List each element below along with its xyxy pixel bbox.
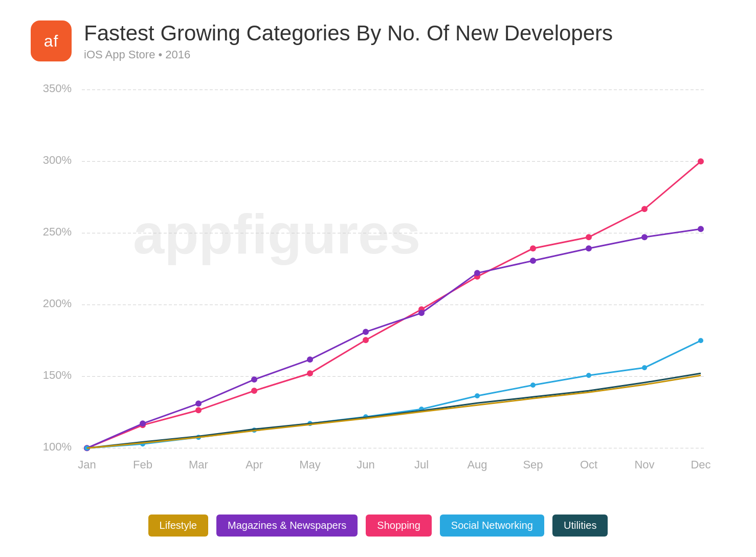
shopping-dot-dec [698,159,704,165]
shopping-dot-apr [251,388,257,394]
svg-text:Jul: Jul [414,459,429,472]
legend-lifestyle: Lifestyle [148,515,208,537]
social-dot-aug [475,394,480,399]
page-container: af Fastest Growing Categories By No. Of … [0,0,756,557]
page-title: Fastest Growing Categories By No. Of New… [84,20,613,46]
watermark: appfigures [133,203,420,266]
logo: af [31,20,72,61]
social-dot-oct [586,373,591,378]
shopping-dot-oct [586,234,592,241]
magazines-dot-jul [418,310,425,316]
legend-shopping-label: Shopping [377,520,420,531]
svg-text:May: May [299,459,321,472]
header: af Fastest Growing Categories By No. Of … [31,20,725,61]
svg-text:Dec: Dec [691,459,710,472]
magazines-dot-oct [586,246,592,252]
svg-text:350%: 350% [43,82,72,95]
svg-text:200%: 200% [43,297,72,310]
legend-utilities-label: Utilities [564,520,596,531]
legend-magazines: Magazines & Newspapers [216,515,358,537]
svg-text:Jun: Jun [357,459,374,472]
svg-text:250%: 250% [43,226,72,239]
shopping-dot-mar [195,408,202,414]
social-dot-dec [698,338,703,344]
svg-text:Apr: Apr [246,459,263,472]
magazines-dot-may [307,357,313,363]
magazines-dot-apr [251,377,257,383]
svg-text:300%: 300% [43,154,72,167]
logo-text: af [44,32,59,51]
legend-lifestyle-label: Lifestyle [160,520,197,531]
shopping-dot-may [307,371,313,377]
social-dot-nov [642,366,647,371]
magazines-dot-nov [641,234,648,241]
magazines-dot-dec [698,226,704,232]
legend: Lifestyle Magazines & Newspapers Shoppin… [31,515,725,537]
shopping-dot-nov [641,206,648,212]
title-block: Fastest Growing Categories By No. Of New… [84,20,613,61]
shopping-dot-sep [530,246,536,252]
magazines-dot-mar [195,401,202,407]
chart-area: appfigures 100% 150% 200% 250% 300% 350%… [31,77,725,502]
legend-magazines-label: Magazines & Newspapers [228,520,346,531]
magazines-dot-aug [474,270,480,276]
magazines-dot-sep [530,258,536,264]
magazines-dot-jun [363,329,369,335]
magazines-dot-feb [140,421,146,427]
legend-shopping: Shopping [366,515,432,537]
chart-svg: appfigures 100% 150% 200% 250% 300% 350%… [31,77,725,502]
page-subtitle: iOS App Store • 2016 [84,48,613,61]
svg-text:Aug: Aug [467,459,487,472]
lifestyle-line [87,376,701,448]
legend-utilities: Utilities [552,515,608,537]
svg-text:100%: 100% [43,441,72,454]
svg-text:Oct: Oct [580,459,597,472]
svg-text:Mar: Mar [189,459,208,472]
legend-social: Social Networking [440,515,544,537]
social-dot-sep [530,383,536,388]
legend-social-label: Social Networking [451,520,533,531]
svg-text:Nov: Nov [634,459,654,472]
svg-text:Sep: Sep [523,459,543,472]
social-line [87,341,701,448]
svg-text:Feb: Feb [133,459,152,472]
shopping-dot-jun [363,337,369,344]
svg-text:Jan: Jan [78,459,96,472]
svg-text:150%: 150% [43,369,72,382]
